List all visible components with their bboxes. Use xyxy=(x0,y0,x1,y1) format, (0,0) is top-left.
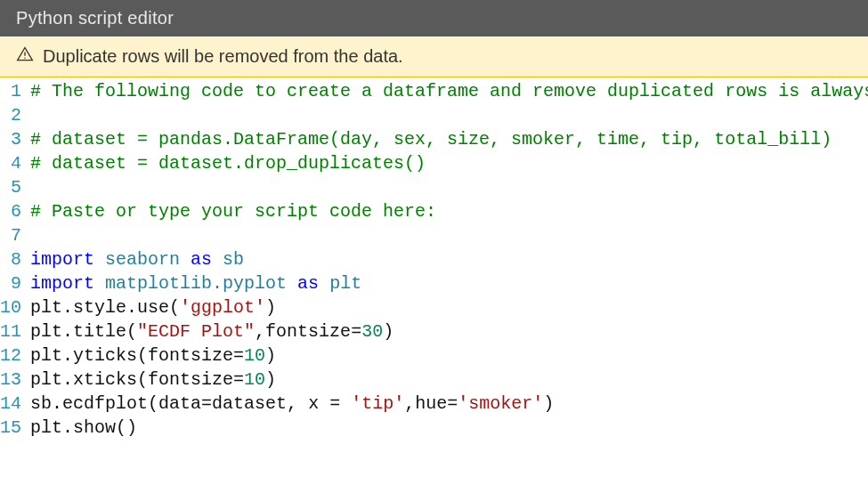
code-token: plt xyxy=(30,417,62,438)
code-line[interactable]: 15plt.show() xyxy=(0,416,868,440)
code-token: = xyxy=(351,321,361,342)
code-line[interactable]: 8import seaborn as sb xyxy=(0,247,868,271)
code-token: title xyxy=(73,321,126,342)
code-token: matplotlib.pyplot xyxy=(105,273,287,294)
code-content[interactable]: plt.yticks(fontsize=10) xyxy=(30,344,868,368)
code-token: x xyxy=(308,393,319,414)
code-token: ( xyxy=(126,321,137,342)
code-token: # Paste or type your script code here: xyxy=(30,201,436,222)
code-token: . xyxy=(62,321,73,342)
warning-banner: Duplicate rows will be removed from the … xyxy=(0,36,868,77)
svg-point-1 xyxy=(24,57,26,59)
code-line[interactable]: 3# dataset = pandas.DataFrame(day, sex, … xyxy=(0,127,868,151)
code-content[interactable]: # Paste or type your script code here: xyxy=(30,199,868,223)
line-number: 1 xyxy=(0,79,30,103)
code-token xyxy=(94,273,105,294)
code-token: 'ggplot' xyxy=(180,297,265,318)
code-line[interactable]: 5 xyxy=(0,175,868,199)
code-line[interactable]: 4# dataset = dataset.drop_duplicates() xyxy=(0,151,868,175)
code-token: = xyxy=(319,393,351,414)
code-content[interactable]: plt.show() xyxy=(30,416,868,440)
code-line[interactable]: 11plt.title("ECDF Plot",fontsize=30) xyxy=(0,319,868,344)
code-editor[interactable]: 1# The following code to create a datafr… xyxy=(0,77,868,440)
code-token: ) xyxy=(265,297,276,318)
code-token: plt xyxy=(30,321,62,342)
code-content[interactable] xyxy=(30,175,868,199)
line-number: 8 xyxy=(0,247,30,271)
code-content[interactable]: # dataset = pandas.DataFrame(day, sex, s… xyxy=(30,127,868,151)
code-token: fontsize xyxy=(148,345,233,366)
code-line[interactable]: 12plt.yticks(fontsize=10) xyxy=(0,344,868,368)
code-token: sb xyxy=(223,249,244,270)
code-token: plt xyxy=(30,345,62,366)
code-token: 10 xyxy=(244,345,265,366)
code-token: 'smoker' xyxy=(458,393,543,414)
code-token: as xyxy=(297,273,319,294)
code-content[interactable]: # dataset = dataset.drop_duplicates() xyxy=(30,151,868,175)
code-line[interactable]: 2 xyxy=(0,103,868,127)
code-token: 10 xyxy=(244,369,265,390)
code-content[interactable] xyxy=(30,223,868,247)
code-token: # The following code to create a datafra… xyxy=(30,81,868,101)
code-token: 30 xyxy=(361,321,383,342)
code-token: = xyxy=(233,369,244,390)
code-line[interactable]: 10plt.style.use('ggplot') xyxy=(0,295,868,319)
code-token: , xyxy=(287,393,308,414)
code-token xyxy=(94,249,105,270)
code-token: ecdfplot xyxy=(62,393,148,414)
code-token: 'tip' xyxy=(351,393,404,414)
code-token: import xyxy=(30,273,94,294)
code-token: . xyxy=(62,369,73,390)
code-token: ( xyxy=(137,345,148,366)
code-token: fontsize xyxy=(265,321,351,342)
code-token xyxy=(287,273,297,294)
code-line[interactable]: 14sb.ecdfplot(data=dataset, x = 'tip',hu… xyxy=(0,392,868,416)
line-number: 10 xyxy=(0,295,30,319)
code-token: seaborn xyxy=(105,249,180,270)
line-number: 15 xyxy=(0,416,30,440)
code-token: ) xyxy=(265,345,276,366)
line-number: 9 xyxy=(0,271,30,295)
code-content[interactable]: plt.xticks(fontsize=10) xyxy=(30,368,868,392)
code-token: . xyxy=(52,393,62,414)
code-token xyxy=(319,273,329,294)
code-token: yticks xyxy=(73,345,137,366)
line-number: 5 xyxy=(0,175,30,199)
code-token: . xyxy=(62,417,73,438)
code-content[interactable]: import matplotlib.pyplot as plt xyxy=(30,271,868,295)
code-token: import xyxy=(30,249,94,270)
code-token: plt xyxy=(329,273,361,294)
warning-message: Duplicate rows will be removed from the … xyxy=(43,46,403,67)
line-number: 11 xyxy=(0,319,30,344)
code-token: . xyxy=(62,345,73,366)
code-token: ) xyxy=(265,369,276,390)
code-token: style xyxy=(73,297,126,318)
line-number: 6 xyxy=(0,199,30,223)
code-token: = xyxy=(447,393,458,414)
code-token: # dataset = dataset.drop_duplicates() xyxy=(30,153,426,174)
code-content[interactable] xyxy=(30,103,868,127)
code-content[interactable]: # The following code to create a datafra… xyxy=(30,79,868,103)
code-token: hue xyxy=(415,393,447,414)
code-token: () xyxy=(116,417,137,438)
code-content[interactable]: plt.style.use('ggplot') xyxy=(30,295,868,319)
code-token: ( xyxy=(169,297,180,318)
code-token: , xyxy=(404,393,415,414)
line-number: 14 xyxy=(0,392,30,416)
code-content[interactable]: sb.ecdfplot(data=dataset, x = 'tip',hue=… xyxy=(30,392,868,416)
warning-triangle-icon xyxy=(16,45,34,68)
code-line[interactable]: 9import matplotlib.pyplot as plt xyxy=(0,271,868,295)
line-number: 4 xyxy=(0,151,30,175)
code-line[interactable]: 6# Paste or type your script code here: xyxy=(0,199,868,223)
code-content[interactable]: plt.title("ECDF Plot",fontsize=30) xyxy=(30,319,868,344)
code-token: show xyxy=(73,417,116,438)
code-token: fontsize xyxy=(148,369,233,390)
code-line[interactable]: 13plt.xticks(fontsize=10) xyxy=(0,368,868,392)
line-number: 2 xyxy=(0,103,30,127)
code-token: = xyxy=(201,393,212,414)
code-line[interactable]: 1# The following code to create a datafr… xyxy=(0,79,868,103)
code-token: use xyxy=(137,297,169,318)
code-line[interactable]: 7 xyxy=(0,223,868,247)
code-token: ) xyxy=(543,393,554,414)
code-content[interactable]: import seaborn as sb xyxy=(30,247,868,271)
